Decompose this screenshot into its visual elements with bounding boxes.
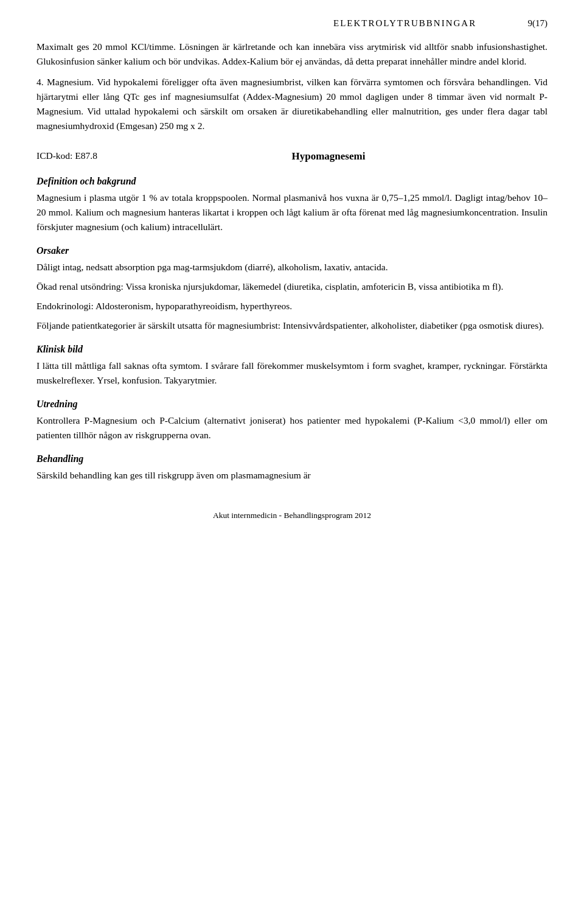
utredning-heading: Utredning: [36, 399, 548, 410]
behandling-text: Särskild behandling kan ges till riskgru…: [36, 468, 548, 483]
utredning-text: Kontrollera P-Magnesium och P-Calcium (a…: [36, 413, 548, 443]
definition-heading: Definition och bakgrund: [36, 176, 548, 187]
section-title: Hypomagnesemi: [109, 150, 548, 163]
klinisk-heading: Klinisk bild: [36, 344, 548, 355]
orsaker-heading: Orsaker: [36, 245, 548, 256]
orsaker-p2: Ökad renal utsöndring: Vissa kroniska nj…: [36, 279, 548, 294]
page-header: ELEKTROLYTRUBBNINGAR 9(17): [36, 18, 548, 29]
hypomagnesemi-section: ICD-kod: E87.8 Hypomagnesemi Definition …: [36, 150, 548, 483]
orsaker-p4: Följande patientkategorier är särskilt u…: [36, 318, 548, 333]
klinisk-text: I lätta till måttliga fall saknas ofta s…: [36, 359, 548, 388]
orsaker-p1: Dåligt intag, nedsatt absorption pga mag…: [36, 260, 548, 275]
footer-text: Akut internmedicin - Behandlingsprogram …: [213, 511, 371, 520]
definition-text: Magnesium i plasma utgör 1 % av totala k…: [36, 191, 548, 234]
header-title: ELEKTROLYTRUBBNINGAR: [282, 18, 528, 29]
orsaker-p3: Endokrinologi: Aldosteronism, hypoparath…: [36, 299, 548, 313]
paragraph-1: Maximalt ges 20 mmol KCl/timme. Lösninge…: [36, 40, 548, 69]
paragraph-2: 4. Magnesium. Vid hypokalemi föreligger …: [36, 75, 548, 133]
header-page-num: 9(17): [528, 18, 548, 29]
page: ELEKTROLYTRUBBNINGAR 9(17) Maximalt ges …: [0, 0, 584, 924]
icd-label: ICD-kod: E87.8: [36, 150, 97, 161]
page-footer: Akut internmedicin - Behandlingsprogram …: [36, 507, 548, 520]
behandling-heading: Behandling: [36, 453, 548, 464]
